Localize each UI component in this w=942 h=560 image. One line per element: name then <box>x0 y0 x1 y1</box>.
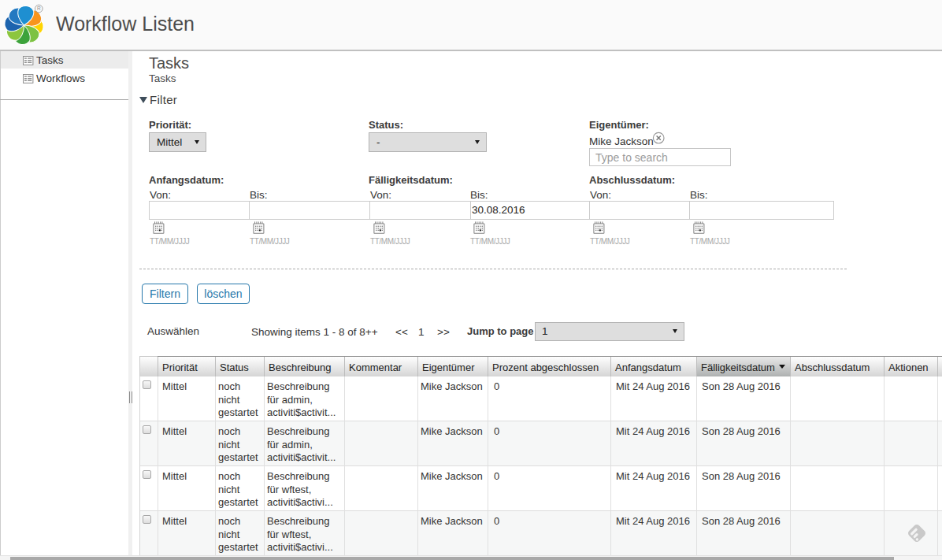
svg-text:R: R <box>37 6 41 11</box>
